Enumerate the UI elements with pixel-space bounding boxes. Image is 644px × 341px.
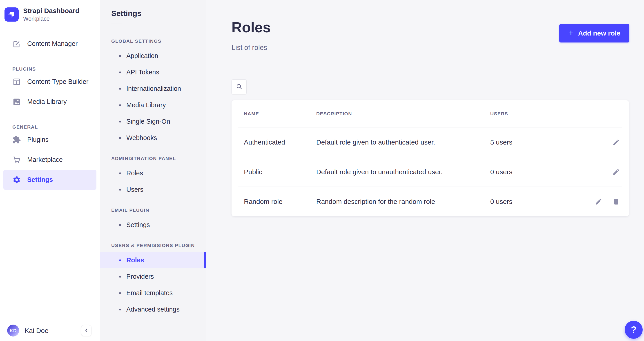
delete-role-button[interactable] — [612, 198, 620, 206]
page-header: Roles List of roles + Add new role — [232, 20, 630, 52]
table-row-random-role[interactable]: Random role Random description for the r… — [232, 187, 629, 216]
bullet-icon — [119, 260, 121, 261]
subnav-item-up-advanced-settings[interactable]: Advanced settings — [100, 301, 206, 318]
bullet-icon — [119, 104, 121, 106]
subnav-item-up-providers[interactable]: Providers — [100, 268, 206, 285]
role-users-count: 0 users — [490, 198, 595, 206]
search-button[interactable] — [232, 79, 246, 94]
bullet-icon — [119, 276, 121, 278]
cart-icon — [12, 156, 21, 164]
divider — [111, 24, 122, 24]
edit-role-button[interactable] — [612, 168, 620, 176]
sidebar-item-content-type-builder[interactable]: Content-Type Builder — [0, 72, 100, 92]
role-description: Default role given to unauthenticated us… — [316, 168, 490, 176]
main-sidebar: Strapi Dashboard Workplace Content Manag… — [0, 0, 100, 341]
table-row-public[interactable]: Public Default role given to unauthentic… — [232, 157, 629, 186]
sidebar-item-label: Marketplace — [27, 156, 63, 164]
pencil-icon — [612, 168, 620, 176]
sidebar-section-general: GENERAL — [0, 112, 100, 130]
subnav-item-webhooks[interactable]: Webhooks — [100, 130, 206, 146]
subnav-item-internationalization[interactable]: Internationalization — [100, 80, 206, 97]
sidebar-menu: Content Manager PLUGINS Content-Type Bui… — [0, 29, 100, 190]
subnav-section-administration-panel: ADMINISTRATION PANEL Roles Users — [100, 155, 206, 198]
app-root: Strapi Dashboard Workplace Content Manag… — [0, 0, 644, 341]
column-header-name: NAME — [244, 111, 316, 116]
sidebar-item-label: Content-Type Builder — [27, 78, 88, 86]
bullet-icon — [119, 121, 121, 122]
search-icon — [236, 83, 242, 90]
brand-home-link[interactable]: Strapi Dashboard Workplace — [0, 0, 100, 29]
subnav-section-users-permissions-plugin: USERS & PERMISSIONS PLUGIN Roles Provide… — [100, 242, 206, 318]
bullet-icon — [119, 137, 121, 139]
sidebar-footer: KD Kai Doe — [0, 320, 100, 341]
subnav-section-email-plugin: EMAIL PLUGIN Settings — [100, 207, 206, 233]
add-new-role-button[interactable]: + Add new role — [559, 24, 630, 42]
column-header-description: DESCRIPTION — [316, 111, 490, 116]
role-description: Default role given to authenticated user… — [316, 138, 490, 146]
edit-role-button[interactable] — [595, 198, 602, 206]
sidebar-item-label: Media Library — [27, 98, 67, 106]
brand-text: Strapi Dashboard Workplace — [23, 7, 79, 22]
sidebar-item-marketplace[interactable]: Marketplace — [0, 150, 100, 170]
subnav-item-up-roles[interactable]: Roles — [100, 252, 206, 268]
bullet-icon — [119, 172, 121, 174]
bullet-icon — [119, 292, 121, 294]
role-users-count: 5 users — [490, 138, 612, 146]
bullet-icon — [119, 309, 121, 310]
subnav-item-email-settings[interactable]: Settings — [100, 217, 206, 233]
puzzle-icon — [12, 136, 21, 144]
sidebar-item-plugins[interactable]: Plugins — [0, 130, 100, 150]
sidebar-item-label: Plugins — [27, 136, 48, 144]
chevron-left-icon — [84, 328, 89, 334]
table-header-row: NAME DESCRIPTION USERS — [232, 100, 629, 127]
bullet-icon — [119, 88, 121, 90]
trash-icon — [612, 198, 620, 206]
subnav-item-admin-roles[interactable]: Roles — [100, 165, 206, 182]
sidebar-item-settings[interactable]: Settings — [3, 170, 96, 190]
collapse-sidebar-button[interactable] — [81, 325, 92, 336]
bullet-icon — [119, 224, 121, 226]
media-library-icon — [12, 98, 21, 106]
sidebar-section-plugins: PLUGINS — [0, 54, 100, 72]
plus-icon: + — [568, 28, 574, 37]
sidebar-item-label: Content Manager — [27, 40, 78, 48]
settings-subnav: Settings GLOBAL SETTINGS Application API… — [100, 0, 206, 341]
strapi-logo-icon — [4, 8, 19, 22]
subnav-item-single-sign-on[interactable]: Single Sign-On — [100, 113, 206, 130]
subnav-item-media-library[interactable]: Media Library — [100, 97, 206, 113]
content-manager-icon — [12, 40, 21, 48]
workspace-name: Workplace — [23, 16, 79, 22]
sidebar-item-media-library[interactable]: Media Library — [0, 92, 100, 112]
bullet-icon — [119, 72, 121, 73]
subnav-section-global-settings: GLOBAL SETTINGS Application API Tokens I… — [100, 38, 206, 146]
content-type-builder-icon — [12, 78, 21, 86]
pencil-icon — [612, 138, 620, 146]
subnav-item-up-email-templates[interactable]: Email templates — [100, 285, 206, 301]
edit-role-button[interactable] — [612, 138, 620, 146]
subnav-title: Settings — [100, 9, 206, 18]
table-row-authenticated[interactable]: Authenticated Default role given to auth… — [232, 128, 629, 157]
role-description: Random description for the random role — [316, 198, 490, 206]
question-mark-icon: ? — [631, 324, 636, 335]
role-users-count: 0 users — [490, 168, 612, 176]
subnav-item-application[interactable]: Application — [100, 48, 206, 64]
main-content: Roles List of roles + Add new role NAME … — [206, 0, 644, 341]
avatar: KD — [7, 324, 19, 336]
sidebar-item-label: Settings — [27, 176, 53, 184]
role-name: Public — [244, 168, 316, 176]
role-name: Authenticated — [244, 138, 316, 146]
app-title: Strapi Dashboard — [23, 7, 79, 15]
page-subtitle: List of roles — [232, 44, 630, 52]
subnav-item-admin-users[interactable]: Users — [100, 182, 206, 198]
user-menu[interactable]: KD Kai Doe — [7, 324, 48, 336]
subnav-item-api-tokens[interactable]: API Tokens — [100, 64, 206, 80]
role-name: Random role — [244, 198, 316, 206]
user-name: Kai Doe — [24, 327, 48, 334]
roles-table: NAME DESCRIPTION USERS Authenticated Def… — [232, 100, 629, 216]
bullet-icon — [119, 55, 121, 57]
pencil-icon — [595, 198, 602, 206]
help-button[interactable]: ? — [625, 321, 643, 339]
bullet-icon — [119, 189, 121, 190]
gear-icon — [12, 176, 21, 184]
sidebar-item-content-manager[interactable]: Content Manager — [0, 34, 100, 54]
